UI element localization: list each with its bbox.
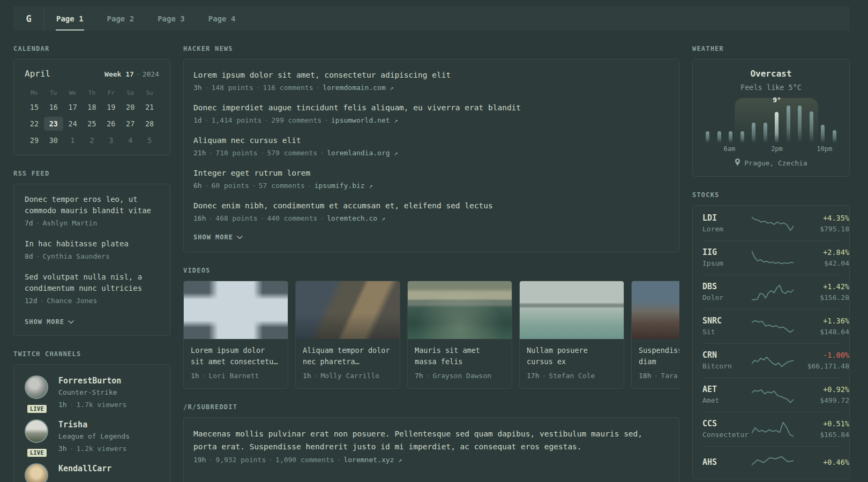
weather-time-label: 10pm [817,145,832,153]
tab-page-1[interactable]: Page 1 [44,6,95,31]
dot-separator: · [337,456,341,464]
channel-meta: 3h·1.2k viewers [58,443,130,454]
rss-item-title[interactable]: Sed volutpat nulla nisl, a condimentum n… [25,272,159,294]
hn-item-title[interactable]: Donec enim nibh, condimentum et accumsan… [193,200,669,212]
dot-separator: · [654,372,658,380]
external-link-icon: ↗ [394,117,398,124]
hn-show-more-button[interactable]: SHOW MORE [193,233,243,242]
stock-change: +0.92% [794,384,849,395]
hn-item-domain-link[interactable]: loremlandia.org [327,149,390,157]
hn-item-title[interactable]: Donec imperdiet augue tincidunt felis al… [193,102,669,114]
calendar-day: 21 [140,100,159,114]
rss-item-title[interactable]: Donec tempor eros leo, ut commodo mauris… [25,194,159,216]
video-card[interactable]: Suspendisse diam 18h·Tara [631,281,679,389]
weather-bar [717,131,721,143]
stock-price: $148.64 [794,327,849,337]
weather-bar [729,131,732,143]
stock-change: +0.46% [794,457,849,468]
subreddit-post-title[interactable]: Maecenas mollis pulvinar erat non posuer… [193,427,669,453]
stock-change: +1.42% [794,281,849,292]
tab-page-4[interactable]: Page 4 [197,6,248,31]
stock-row[interactable]: CRNBitcorn -1.00%$66,171.48 [702,343,840,378]
stock-row[interactable]: LDILorem +4.35%$795.18 [702,207,840,240]
video-thumbnail[interactable] [296,281,400,339]
video-card[interactable]: Nullam posuere cursus ex 17h·Stefan Cole [519,281,624,389]
dot-separator: · [542,372,546,380]
weather-bar [787,106,790,143]
stock-row[interactable]: DBSDolor +1.42%$156.28 [702,275,840,309]
subreddit-domain-link[interactable]: loremnet.xyz [343,456,394,464]
hn-item-domain-link[interactable]: loremdomain.com [323,84,385,92]
tab-page-3[interactable]: Page 3 [146,6,197,31]
dot-separator: · [36,219,40,227]
stock-row[interactable]: AHS +0.46% [702,446,840,478]
stock-row[interactable]: CCSConsectetur +0.51%$165.84 [702,412,840,446]
channel-name[interactable]: ForrestBurton [58,375,126,387]
weather-bar [764,123,767,143]
tab-page-2[interactable]: Page 2 [95,6,146,31]
hn-item: Integer eget rutrum lorem 6h·60 points·5… [193,167,669,191]
video-title[interactable]: Suspendisse diam [639,345,679,367]
video-thumbnail[interactable] [408,281,512,339]
weather-time-label: 6am [724,145,736,153]
twitch-channel[interactable]: KendallCarr [25,463,159,482]
calendar-day: 27 [121,117,140,131]
video-thumbnail[interactable] [184,281,288,339]
calendar-grid: Mo Tu We Th Fr Sa Su 15 16 17 18 19 20 2… [25,87,159,147]
dot-separator: · [256,84,260,92]
channel-name[interactable]: KendallCarr [58,463,111,475]
channel-name[interactable]: Trisha [58,419,130,431]
hn-item-domain-link[interactable]: ipsumify.biz [315,182,365,190]
stock-symbol: CCS [702,418,752,430]
live-badge: LIVE [26,448,48,458]
hn-item-title[interactable]: Aliquam nec cursus elit [193,134,669,146]
dot-separator: · [308,182,312,190]
calendar-day: 15 [25,100,44,114]
external-link-icon: ↗ [381,215,385,222]
channel-category[interactable]: Counter-Strike [58,387,126,398]
hn-item-title[interactable]: Lorem ipsum dolor sit amet, consectetur … [193,69,669,81]
rss-show-more-button[interactable]: SHOW MORE [25,318,74,327]
video-title[interactable]: Mauris sit amet massa felis [415,345,505,367]
weather-heading: WEATHER [692,45,850,52]
stock-name: Consectetur [702,430,752,440]
calendar-week-year: Week 17·2024 [104,70,159,78]
subreddit-post-meta: 19h·9,932 points·1,090 comments·loremnet… [193,455,669,465]
stock-row[interactable]: IIGIpsum +2.84%$42.04 [702,240,840,275]
dot-separator: · [320,214,324,222]
stock-change: +0.51% [794,418,849,430]
rss-item-meta: 12d·Chance Jones [25,296,159,306]
hn-item-title[interactable]: Integer eget rutrum lorem [193,167,669,179]
stock-name: Lorem [702,224,752,235]
calendar-day: 24 [63,117,83,131]
hn-item-domain-link[interactable]: loremtech.co [327,214,377,222]
dot-separator: · [268,456,273,464]
rss-item-title[interactable]: In hac habitasse platea [25,238,159,250]
weather-chart: 9° 6am 2pm 10pm [706,98,836,153]
external-link-icon: ↗ [394,149,398,157]
channel-category[interactable]: League of Legends [58,431,130,442]
hn-item-meta: 6h·60 points·57 comments·ipsumify.biz ↗ [193,180,669,191]
stock-change: +2.84% [794,247,849,258]
logo[interactable]: G [13,6,44,31]
hn-item-meta: 16h·468 points·440 comments·loremtech.co… [193,213,669,224]
video-card[interactable]: Aliquam tempor dolor nec pharetra… 1h·Mo… [295,281,400,389]
hn-item-domain-link[interactable]: ipsumworld.net [331,116,390,124]
video-thumbnail[interactable] [632,281,679,339]
twitch-channel[interactable]: LIVE Trisha League of Legends 3h·1.2k vi… [25,419,159,454]
stock-symbol: AET [702,384,752,395]
video-card[interactable]: Lorem ipsum dolor sit amet consectetu… 1… [183,281,288,389]
video-title[interactable]: Aliquam tempor dolor nec pharetra… [303,345,393,367]
video-title[interactable]: Nullam posuere cursus ex [527,345,617,367]
calendar-weekday: Su [140,87,159,97]
video-card[interactable]: Mauris sit amet massa felis 7h·Grayson D… [407,281,512,389]
stock-sparkline [752,420,794,439]
weather-time-label: 2pm [771,145,783,153]
stock-symbol: SNRC [702,315,752,327]
twitch-channel[interactable]: LIVE ForrestBurton Counter-Strike 1h·1.7… [25,375,159,410]
stock-row[interactable]: SNRCSit +1.36%$148.64 [702,309,840,343]
top-nav: G Page 1 Page 2 Page 3 Page 4 [13,6,850,31]
stock-row[interactable]: AETAmet +0.92%$499.72 [702,378,840,412]
video-thumbnail[interactable] [520,281,624,339]
video-title[interactable]: Lorem ipsum dolor sit amet consectetu… [191,345,281,367]
